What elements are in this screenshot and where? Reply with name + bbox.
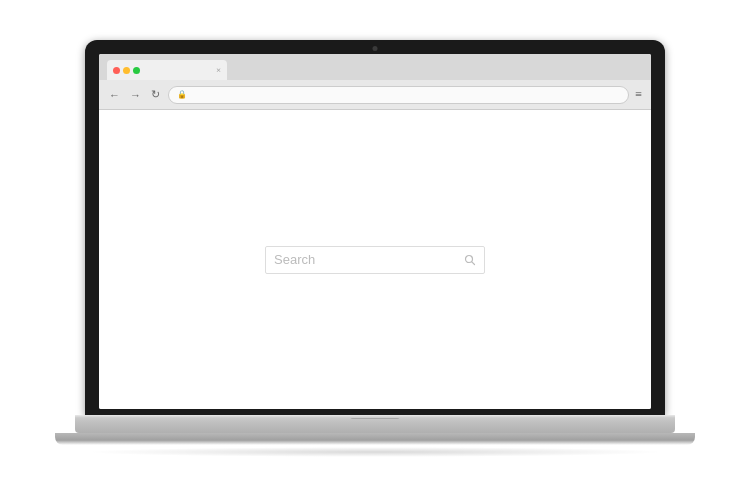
laptop: × ← → ↻ 🔒 ≡ Search [65,40,685,460]
laptop-base [75,415,675,433]
svg-line-1 [472,261,475,264]
address-bar[interactable]: 🔒 [168,86,629,104]
search-icon [464,254,476,266]
navigation-bar: ← → ↻ 🔒 ≡ [99,80,651,110]
address-icon: 🔒 [177,90,187,99]
browser-content: Search [99,110,651,409]
forward-button[interactable]: → [128,88,143,102]
reload-button[interactable]: ↻ [149,87,162,102]
window-controls [113,67,140,74]
search-box[interactable]: Search [265,246,485,274]
tab-bar: × [99,54,651,80]
laptop-shadow [85,447,665,457]
tab-close-button[interactable]: × [216,65,221,75]
webcam [373,46,378,51]
close-window-button[interactable] [113,67,120,74]
maximize-window-button[interactable] [133,67,140,74]
minimize-window-button[interactable] [123,67,130,74]
laptop-bottom-edge [55,433,695,445]
browser-window: × ← → ↻ 🔒 ≡ Search [99,54,651,409]
trackpad-notch [350,415,400,419]
browser-menu-button[interactable]: ≡ [635,87,643,102]
browser-tab[interactable]: × [107,60,227,80]
screen-bezel: × ← → ↻ 🔒 ≡ Search [85,40,665,415]
back-button[interactable]: ← [107,88,122,102]
search-input[interactable]: Search [274,252,464,267]
